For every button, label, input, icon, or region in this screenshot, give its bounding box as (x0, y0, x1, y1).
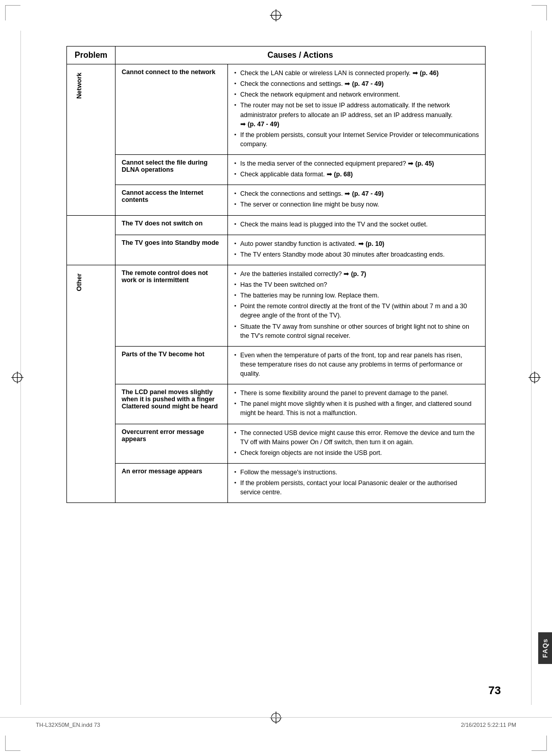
problem-cell: Parts of the TV become hot (116, 346, 228, 384)
problem-cell: The TV goes into Standby mode (116, 235, 228, 265)
page-number: 73 (489, 684, 501, 697)
problem-cell: The LCD panel moves slightly when it is … (116, 384, 228, 424)
reg-mark-top (270, 9, 282, 23)
problem-cell: An error message appears (116, 463, 228, 502)
footer-timestamp: 2/16/2012 5:22:11 PM (461, 722, 516, 728)
left-vline (20, 31, 21, 705)
table-row: An error message appears Follow the mess… (67, 463, 486, 502)
causes-cell: Check the mains lead is plugged into the… (228, 215, 486, 235)
reg-mark-left (11, 371, 24, 385)
problem-cell: Cannot select the file during DLNA opera… (116, 155, 228, 185)
page-container: Problem Causes / Actions Network Cannot … (0, 0, 552, 756)
problem-cell: Cannot connect to the network (116, 64, 228, 155)
table-row: The TV does not switch on Check the main… (67, 215, 486, 235)
table-row: Cannot select the file during DLNA opera… (67, 155, 486, 185)
corner-mark-tl (5, 5, 20, 20)
other-label-cell: Other (67, 265, 116, 502)
network-label-cell: Network (67, 64, 116, 216)
problem-cell: The TV does not switch on (116, 215, 228, 235)
right-vline (531, 31, 532, 705)
problem-header: Problem (67, 47, 116, 64)
footer: TH-L32X50M_EN.indd 73 2/16/2012 5:22:11 … (0, 717, 552, 728)
causes-cell: Auto power standby function is activated… (228, 235, 486, 265)
causes-cell: Follow the message's instructions. If th… (228, 463, 486, 502)
problem-cell: Cannot access the Internet contents (116, 185, 228, 215)
causes-header: Causes / Actions (116, 47, 486, 64)
causes-cell: Check the connections and settings. ➡ (p… (228, 185, 486, 215)
corner-mark-tr (532, 5, 547, 20)
main-table: Problem Causes / Actions Network Cannot … (66, 46, 486, 503)
table-row: Other The remote control does not work o… (67, 265, 486, 346)
causes-cell: Are the batteries installed correctly? ➡… (228, 265, 486, 346)
causes-cell: Even when the temperature of parts of th… (228, 346, 486, 384)
corner-mark-bl (5, 736, 20, 751)
causes-cell: Check the LAN cable or wireless LAN is c… (228, 64, 486, 155)
other-label: Other (73, 269, 85, 295)
problem-cell: Overcurrent error message appears (116, 424, 228, 463)
faqs-tab: FAQs (538, 632, 552, 664)
causes-cell: There is some flexibility around the pan… (228, 384, 486, 424)
empty-label-cell (67, 215, 116, 265)
reg-mark-right (528, 371, 541, 385)
table-row: Network Cannot connect to the network Ch… (67, 64, 486, 155)
causes-cell: The connected USB device might cause thi… (228, 424, 486, 463)
causes-cell: Is the media server of the connected equ… (228, 155, 486, 185)
footer-filename: TH-L32X50M_EN.indd 73 (36, 722, 100, 728)
table-row: The LCD panel moves slightly when it is … (67, 384, 486, 424)
problem-cell: The remote control does not work or is i… (116, 265, 228, 346)
table-row: The TV goes into Standby mode Auto power… (67, 235, 486, 265)
corner-mark-br (532, 736, 547, 751)
table-row: Cannot access the Internet contents Chec… (67, 185, 486, 215)
network-label: Network (73, 68, 85, 103)
table-row: Overcurrent error message appears The co… (67, 424, 486, 463)
table-row: Parts of the TV become hot Even when the… (67, 346, 486, 384)
